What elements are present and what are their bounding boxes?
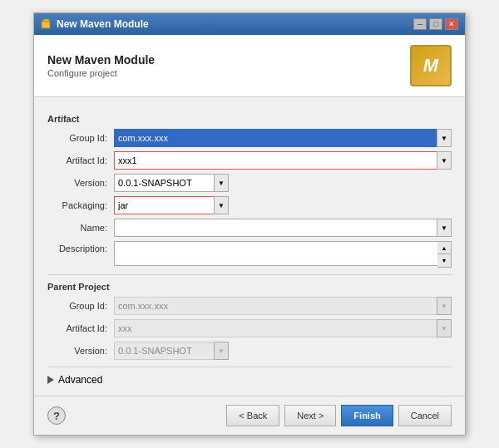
parent-group-id-row: Group Id: ▼ [47,297,452,315]
advanced-expand-icon [47,376,54,384]
artifact-id-input[interactable] [114,151,437,170]
content-area: Artifact Group Id: ▼ Artifact Id: ▼ Vers… [34,97,465,396]
footer: ? < Back Next > Finish Cancel [34,396,465,435]
name-input[interactable] [114,219,437,237]
maximize-button[interactable]: □ [429,18,442,30]
parent-artifact-id-dropdown: ▼ [437,319,452,337]
title-bar-left: New Maven Module [41,18,149,30]
version-input[interactable] [114,174,214,192]
group-id-dropdown-btn[interactable]: ▼ [437,129,452,147]
parent-group-id-wrap: ▼ [114,297,452,315]
packaging-dropdown-btn[interactable]: ▼ [214,196,229,214]
parent-section-label: Parent Project [47,282,452,292]
cancel-button[interactable]: Cancel [398,405,452,426]
version-dropdown-btn[interactable]: ▼ [214,174,229,192]
description-input[interactable] [114,241,437,266]
name-input-wrap: ▼ [114,219,452,237]
divider-1 [47,274,452,275]
description-label: Description: [47,241,114,254]
title-bar: New Maven Module ─ □ ✕ [34,13,465,35]
advanced-label: Advanced [58,374,102,386]
parent-group-id-label: Group Id: [47,301,114,311]
name-row: Name: ▼ [47,219,452,237]
version-row: Version: ▼ [47,174,452,192]
close-button[interactable]: ✕ [445,18,458,30]
group-id-input[interactable] [114,129,437,147]
group-id-label: Group Id: [47,133,114,143]
parent-version-dropdown: ▼ [214,342,229,360]
scroll-up-btn[interactable]: ▲ [437,242,451,254]
minimize-button[interactable]: ─ [413,18,427,30]
footer-right: < Back Next > Finish Cancel [226,405,452,426]
artifact-section-label: Artifact [47,114,452,124]
header-text: New Maven Module Configure project [47,53,155,78]
finish-button[interactable]: Finish [341,405,393,426]
parent-artifact-id-label: Artifact Id: [47,323,114,333]
window-title: New Maven Module [57,18,149,30]
header-section: New Maven Module Configure project M [34,35,465,97]
version-label: Version: [47,178,114,188]
parent-artifact-id-wrap: ▼ [114,319,452,337]
scroll-down-btn[interactable]: ▼ [437,254,451,267]
description-input-wrap: ▲ ▼ [114,241,452,268]
maven-icon: M [410,45,452,86]
group-id-input-wrap: ▼ [114,129,452,147]
svg-rect-1 [43,19,49,22]
artifact-id-dropdown-btn[interactable]: ▼ [437,151,452,170]
parent-version-row: Version: ▼ [47,342,452,360]
parent-version-input [114,342,214,360]
artifact-id-input-wrap: ▼ [114,151,452,170]
help-button[interactable]: ? [47,406,66,425]
name-dropdown-btn[interactable]: ▼ [437,219,452,237]
advanced-row[interactable]: Advanced [47,374,452,386]
main-window: New Maven Module ─ □ ✕ New Maven Module … [33,12,466,436]
packaging-input-wrap: ▼ [114,196,229,214]
artifact-id-row: Artifact Id: ▼ [47,151,452,170]
artifact-id-label: Artifact Id: [47,155,114,165]
next-button[interactable]: Next > [284,405,336,426]
parent-artifact-id-row: Artifact Id: ▼ [47,319,452,337]
parent-version-wrap: ▼ [114,342,229,360]
description-row: Description: ▲ ▼ [47,241,452,268]
title-bar-controls: ─ □ ✕ [413,18,458,30]
parent-group-id-input [114,297,437,315]
back-button[interactable]: < Back [226,405,279,426]
version-input-wrap: ▼ [114,174,229,192]
packaging-input[interactable] [114,196,214,214]
divider-2 [47,367,452,367]
group-id-row: Group Id: ▼ [47,129,452,147]
parent-version-label: Version: [47,346,114,356]
parent-group-id-dropdown: ▼ [437,297,452,315]
window-icon [41,18,52,30]
footer-left: ? [47,406,66,425]
page-subtitle: Configure project [47,68,155,78]
page-title: New Maven Module [47,53,155,66]
description-scroll-btns: ▲ ▼ [437,241,452,268]
parent-artifact-id-input [114,319,437,337]
name-label: Name: [47,223,114,233]
packaging-row: Packaging: ▼ [47,196,452,214]
packaging-label: Packaging: [47,200,114,210]
